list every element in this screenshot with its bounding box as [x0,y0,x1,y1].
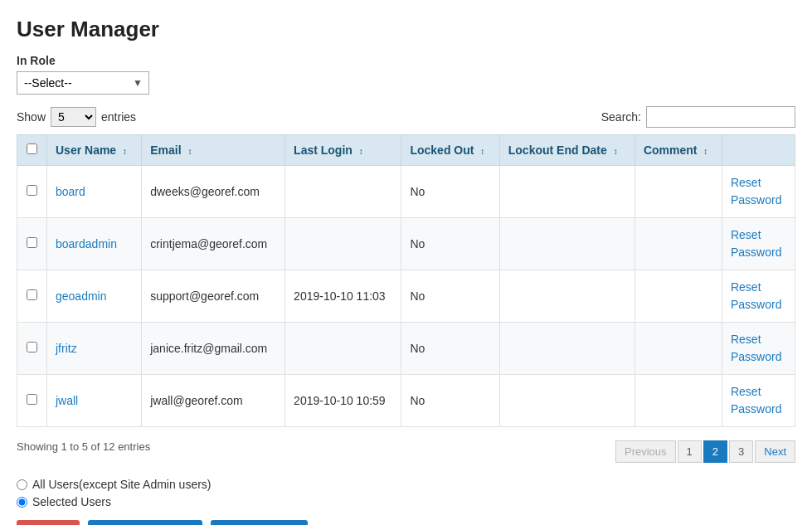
row-email: jwall@georef.com [142,375,285,427]
showing-text: Showing 1 to 5 of 12 entries [17,440,150,453]
row-lastlogin [285,323,401,375]
radio-section: All Users(except Site Admin users) Selec… [17,478,795,508]
select-all-checkbox[interactable] [27,143,37,154]
row-checkbox[interactable] [27,237,37,248]
row-actions: ResetPassword [722,270,795,323]
row-lockoutenddate [499,218,635,270]
row-lockedout: No [401,375,499,427]
row-lastlogin: 2019-10-10 11:03 [285,270,401,323]
reset-password-link[interactable]: ResetPassword [731,385,781,416]
radio-all-users-label: All Users(except Site Admin users) [32,478,212,491]
email-col-header[interactable]: Email ↕ [142,135,285,166]
row-actions: ResetPassword [722,166,795,218]
radio-row-all-users: All Users(except Site Admin users) [17,478,795,491]
row-comment [635,375,722,427]
table-row: boardadmin crintjema@georef.com No Reset… [17,218,795,270]
table-row: board dweeks@georef.com No ResetPassword [17,166,795,218]
action-buttons: Delete Add a New User Import Users [17,520,795,525]
row-checkbox[interactable] [27,185,37,196]
page-title: User Manager [17,17,795,42]
page-3-button[interactable]: 3 [729,440,753,463]
row-email: janice.fritz@gmail.com [142,323,285,375]
sort-icon: ↕ [480,147,484,156]
row-lockoutenddate [499,270,635,323]
row-checkbox-cell [17,375,47,427]
previous-button[interactable]: Previous [615,440,676,463]
table-row: jfritz janice.fritz@gmail.com No ResetPa… [17,323,795,375]
row-email: dweeks@georef.com [142,166,285,218]
username-link[interactable]: board [56,185,85,198]
entries-label: entries [101,110,136,124]
username-col-header[interactable]: User Name ↕ [47,135,142,166]
table-row: jwall jwall@georef.com 2019-10-10 10:59 … [17,375,795,427]
pagination: Previous 1 2 3 Next [615,440,795,463]
row-username: jfritz [47,323,142,375]
row-username: geoadmin [47,270,142,323]
radio-selected-users-label: Selected Users [32,495,111,508]
import-users-button[interactable]: Import Users [211,520,307,525]
row-email: support@georef.com [142,270,285,323]
row-username: boardadmin [47,218,142,270]
sort-icon: ↕ [187,147,192,156]
lockoutenddate-col-header[interactable]: Lockout End Date ↕ [499,135,635,166]
row-checkbox-cell [17,270,47,323]
entries-select[interactable]: 5 10 25 50 100 [51,107,96,127]
role-select-container: --Select-- Admin Editor Viewer ▼ [17,71,149,95]
actions-col-header [722,135,795,166]
row-checkbox[interactable] [27,342,37,352]
delete-button[interactable]: Delete [17,520,80,525]
lastlogin-col-header[interactable]: Last Login ↕ [285,135,401,166]
row-lockoutenddate [499,166,635,218]
row-lastlogin [285,166,401,218]
sort-icon: ↕ [703,147,707,156]
search-label: Search: [601,110,641,124]
lockedout-col-header[interactable]: Locked Out ↕ [401,135,499,166]
row-actions: ResetPassword [722,218,795,270]
row-username: jwall [47,375,142,427]
search-input[interactable] [646,106,795,128]
comment-col-header[interactable]: Comment ↕ [635,135,722,166]
username-link[interactable]: boardadmin [56,237,117,250]
users-table: User Name ↕ Email ↕ Last Login ↕ Locked … [17,134,795,427]
row-username: board [47,166,142,218]
row-comment [635,218,722,270]
username-link[interactable]: geoadmin [56,289,107,303]
search-box: Search: [601,106,795,128]
page-2-button[interactable]: 2 [703,440,727,463]
sort-icon: ↕ [123,147,127,156]
reset-password-link[interactable]: ResetPassword [731,333,781,363]
row-lastlogin [285,218,401,270]
row-comment [635,323,722,375]
table-row: geoadmin support@georef.com 2019-10-10 1… [17,270,795,323]
radio-selected-users[interactable] [17,497,27,508]
username-link[interactable]: jfritz [56,342,77,355]
select-all-col [17,135,47,166]
row-lockedout: No [401,270,499,323]
next-button[interactable]: Next [755,440,795,463]
reset-password-link[interactable]: ResetPassword [731,228,781,259]
add-new-user-button[interactable]: Add a New User [88,520,202,525]
radio-row-selected-users: Selected Users [17,495,795,508]
row-lockoutenddate [499,323,635,375]
row-lastlogin: 2019-10-10 10:59 [285,375,401,427]
page-1-button[interactable]: 1 [678,440,702,463]
reset-password-link[interactable]: ResetPassword [731,176,781,207]
row-checkbox[interactable] [27,289,37,300]
username-link[interactable]: jwall [56,394,78,407]
in-role-label: In Role [17,54,795,67]
row-checkbox-cell [17,166,47,218]
row-lockoutenddate [499,375,635,427]
row-checkbox[interactable] [27,394,37,405]
reset-password-link[interactable]: ResetPassword [731,280,781,311]
row-checkbox-cell [17,323,47,375]
radio-all-users[interactable] [17,479,27,490]
sort-icon: ↕ [614,147,618,156]
row-actions: ResetPassword [722,375,795,427]
row-lockedout: No [401,323,499,375]
show-label: Show [17,110,46,124]
role-select[interactable]: --Select-- Admin Editor Viewer [17,71,149,95]
row-comment [635,166,722,218]
row-comment [635,270,722,323]
row-lockedout: No [401,218,499,270]
row-actions: ResetPassword [722,323,795,375]
